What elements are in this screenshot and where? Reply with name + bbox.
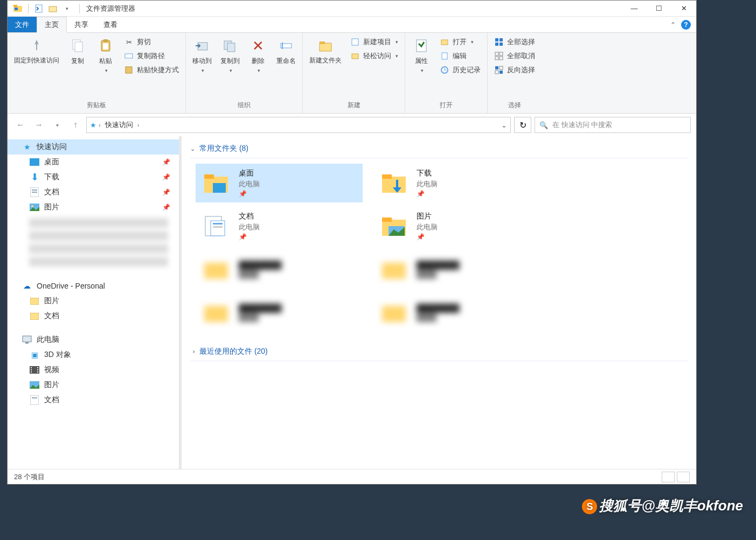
svg-rect-32 [495, 57, 498, 60]
invert-selection-button[interactable]: 反向选择 [491, 63, 538, 77]
tab-home[interactable]: 主页 [37, 17, 67, 33]
group-label-clipboard: 剪贴板 [11, 99, 182, 113]
select-all-button[interactable]: 全部选择 [491, 35, 538, 49]
help-icon[interactable]: ? [681, 20, 691, 30]
watermark: S搜狐号@奥凯丰okfone [582, 496, 743, 515]
svg-rect-37 [500, 71, 503, 74]
view-details-button[interactable] [662, 472, 675, 482]
back-button[interactable]: ← [13, 117, 28, 132]
ribbon-collapse-icon[interactable]: ⌃ [670, 21, 676, 29]
properties-button[interactable]: 属性▾ [408, 35, 434, 75]
svg-rect-40 [32, 190, 37, 191]
svg-rect-17 [282, 43, 283, 49]
svg-rect-54 [37, 371, 38, 373]
sidebar-item-desktop[interactable]: 桌面📌 [8, 155, 179, 170]
svg-rect-5 [36, 44, 37, 50]
sidebar-item-pictures[interactable]: 图片📌 [8, 200, 179, 215]
qat-new-folder-icon[interactable] [47, 3, 59, 15]
sidebar-item-pc-pictures[interactable]: 图片 [8, 377, 179, 392]
address-dropdown-icon[interactable]: ⌄ [501, 121, 507, 129]
maximize-button[interactable]: ☐ [647, 1, 671, 17]
svg-rect-28 [495, 43, 498, 46]
svg-rect-41 [32, 192, 37, 193]
svg-rect-49 [31, 367, 32, 368]
svg-rect-53 [37, 369, 38, 370]
sidebar-item-this-pc[interactable]: 此电脑 [8, 332, 179, 347]
recent-locations-button[interactable]: ▾ [50, 117, 65, 132]
search-box[interactable]: 🔍 在 快速访问 中搜索 [535, 117, 691, 133]
select-none-button[interactable]: 全部取消 [491, 49, 538, 63]
sidebar-item-od-pictures[interactable]: 图片 [8, 293, 179, 308]
svg-rect-72 [204, 306, 228, 322]
svg-rect-23 [441, 40, 448, 45]
item-desktop[interactable]: 桌面此电脑📌 [196, 164, 363, 202]
item-pictures[interactable]: 图片此电脑📌 [373, 207, 540, 246]
svg-rect-52 [37, 367, 38, 368]
sidebar-item-quick-access[interactable]: ★快速访问 [8, 139, 179, 155]
svg-rect-4 [49, 6, 57, 12]
minimize-button[interactable]: — [622, 1, 647, 17]
item-redacted: ████████████ [196, 250, 363, 289]
cut-button[interactable]: ✂剪切 [121, 35, 182, 49]
delete-button[interactable]: ✕ 删除▾ [245, 35, 271, 75]
item-documents[interactable]: 文档此电脑📌 [196, 207, 363, 246]
sidebar-item-onedrive[interactable]: ☁OneDrive - Personal [8, 278, 179, 293]
sidebar-item-documents[interactable]: 文档📌 [8, 185, 179, 200]
group-header-frequent[interactable]: ⌄ 常用文件夹 (8) [190, 142, 688, 158]
svg-rect-31 [500, 52, 503, 55]
history-button[interactable]: 历史记录 [436, 63, 484, 77]
easy-access-button[interactable]: 轻松访问▾ [347, 49, 401, 63]
sidebar-item-downloads[interactable]: ⬇下载📌 [8, 170, 179, 185]
svg-rect-21 [352, 54, 358, 59]
qat-dropdown-icon[interactable]: ▾ [61, 3, 73, 15]
view-large-icons-button[interactable] [677, 472, 690, 482]
move-to-button[interactable]: 移动到▾ [189, 35, 215, 75]
rename-button[interactable]: 重命名 [273, 35, 299, 68]
copy-path-button[interactable]: 复制路径 [121, 49, 182, 63]
tab-file[interactable]: 文件 [8, 17, 37, 32]
svg-rect-15 [227, 43, 235, 52]
forward-button[interactable]: → [31, 117, 46, 132]
new-item-button[interactable]: 新建项目▾ [347, 35, 401, 49]
item-downloads[interactable]: 下载此电脑📌 [373, 164, 540, 202]
svg-rect-18 [320, 43, 331, 51]
sidebar-item-pc-documents[interactable]: 文档 [8, 392, 179, 408]
nav-pane[interactable]: ★快速访问 桌面📌 ⬇下载📌 文档📌 图片📌 ☁OneDrive - Perso… [8, 136, 179, 469]
group-label-select: 选择 [491, 99, 538, 113]
new-folder-button[interactable]: 新建文件夹 [306, 35, 345, 67]
svg-rect-19 [320, 41, 325, 44]
sidebar-item-videos[interactable]: 视频 [8, 362, 179, 377]
status-bar: 28 个项目 [8, 469, 696, 484]
sidebar-item-od-documents[interactable]: 文档 [8, 308, 179, 324]
open-button[interactable]: 打开▾ [436, 35, 484, 49]
ribbon-group-new: 新建文件夹 新建项目▾ 轻松访问▾ 新建 [303, 33, 405, 113]
tab-view[interactable]: 查看 [96, 17, 125, 32]
qat-properties-icon[interactable] [33, 3, 45, 15]
svg-rect-62 [382, 174, 392, 179]
pin-quick-access-button[interactable]: 固定到快速访问 [11, 35, 63, 67]
copy-button[interactable]: 复制 [65, 35, 91, 68]
sidebar-item-3d-objects[interactable]: ▣3D 对象 [8, 347, 179, 362]
tab-share[interactable]: 共享 [67, 17, 96, 32]
svg-rect-65 [213, 223, 223, 225]
refresh-button[interactable]: ↻ [514, 117, 531, 133]
chevron-down-icon: ⌄ [190, 145, 195, 152]
breadcrumb-quick-access[interactable]: 快速访问 [103, 120, 135, 130]
group-label-new: 新建 [306, 99, 401, 113]
window-title: 文件资源管理器 [82, 4, 135, 13]
copy-to-button[interactable]: 复制到▾ [217, 35, 243, 75]
svg-rect-51 [31, 371, 32, 373]
svg-rect-57 [32, 397, 37, 398]
paste-shortcut-button[interactable]: 粘贴快捷方式 [121, 63, 182, 77]
group-header-recent[interactable]: ⌄ 最近使用的文件 (20) [190, 345, 688, 361]
content-pane[interactable]: ⌄ 常用文件夹 (8) 桌面此电脑📌 下载此电脑📌 文档此电脑📌 [182, 136, 696, 469]
sidebar-item-redacted [29, 257, 168, 267]
svg-rect-73 [382, 306, 406, 322]
address-bar[interactable]: ★ › 快速访问 › ⌄ [86, 117, 511, 133]
edit-button[interactable]: 编辑 [436, 49, 484, 63]
close-button[interactable]: ✕ [671, 1, 696, 17]
svg-rect-20 [352, 39, 358, 45]
up-button[interactable]: ↑ [68, 117, 83, 132]
svg-rect-33 [500, 57, 503, 60]
paste-button[interactable]: 粘贴▾ [93, 35, 119, 75]
